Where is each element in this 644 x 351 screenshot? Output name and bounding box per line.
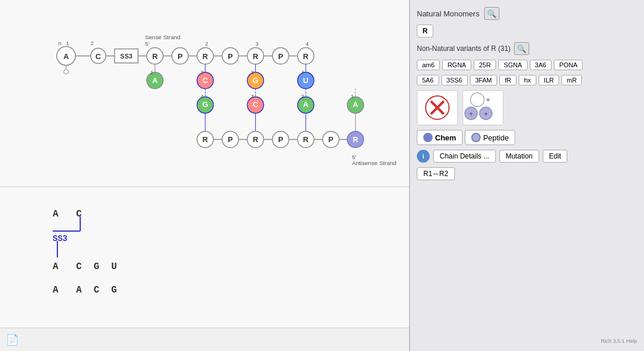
svg-point-114 [471,93,484,106]
file-icon[interactable]: 📄 [6,333,19,346]
r-badge[interactable]: R [417,25,433,37]
svg-text:Sense Strand: Sense Strand [145,34,180,40]
tag-item[interactable]: 3A6 [530,60,552,70]
svg-text:U: U [303,76,309,85]
variants-search-button[interactable]: 🔍 [514,42,529,55]
svg-text:G: G [202,100,208,109]
svg-text:G: G [252,76,258,85]
peptide-button[interactable]: Peptide [465,130,515,145]
peptide-circle [471,133,481,142]
tags-row-1: am6RGNA25RSGNA3A6PONA [417,60,637,70]
molecule-area[interactable]: Sense Strand 5' 5' Antisense Strand n 1 … [0,0,409,187]
svg-text:3: 3 [251,94,254,99]
tag-item[interactable]: mR [561,75,582,85]
svg-text:U: U [111,261,117,272]
svg-text:R: R [352,135,358,144]
svg-text:2: 2 [91,40,94,46]
tag-item[interactable]: SGNA [498,60,527,70]
action-row: i Chain Details ... Mutation Edit [417,150,637,163]
svg-text:C: C [76,209,82,219]
svg-text:R: R [303,52,309,61]
svg-text:G: G [94,261,100,272]
x-icon-box[interactable] [417,90,458,125]
tag-item[interactable]: am6 [417,60,440,70]
tag-item[interactable]: fR [499,75,516,85]
info-button[interactable]: i [417,150,430,163]
right-panel: Natural Monomers 🔍 R Non-Natural variant… [410,0,644,351]
variants-label: Non-Natural variants of R (31) [417,44,511,53]
svg-text:2: 2 [201,70,204,75]
svg-text:A: A [76,285,82,295]
search-button[interactable]: 🔍 [484,7,499,20]
svg-text:P: P [177,52,183,61]
chem-peptide-row: Chem Peptide [417,130,637,145]
chain-details-button[interactable]: Chain Details ... [433,150,496,163]
tag-item[interactable]: PONA [554,60,583,70]
svg-point-10 [64,70,68,74]
svg-text:C: C [253,100,259,109]
sequence-area: A C SS3 A C G U A A C G [0,187,409,328]
r1r2-row: R1↔R2 [417,167,637,180]
svg-text:G: G [111,285,117,295]
svg-text:1: 1 [150,70,153,75]
svg-text:R: R [253,52,259,61]
svg-text:A: A [303,100,309,109]
peptide-label: Peptide [483,133,509,142]
panel-header: Natural Monomers 🔍 [417,7,637,20]
svg-text:C: C [94,285,100,295]
tags-row-2: 5A63SS63FAMfRhxILRmR [417,75,637,85]
svg-text:A: A [352,100,358,109]
tag-item[interactable]: 25R [474,60,496,70]
svg-text:Antisense Strand: Antisense Strand [352,160,396,166]
svg-text:R: R [203,135,208,144]
tag-item[interactable]: RGNA [442,60,471,70]
chem-label: Chem [435,133,456,142]
svg-text:+: + [469,110,473,118]
r1r2-button[interactable]: R1↔R2 [417,167,455,180]
svg-text:+: + [486,96,490,104]
svg-text:A: A [152,76,158,85]
panel-title: Natural Monomers [417,9,479,18]
bottom-bar: 📄 [0,328,409,351]
tag-item[interactable]: ILR [539,75,559,85]
svg-text:SS3: SS3 [120,53,132,60]
svg-text:A: A [53,261,59,272]
version-text: Rich 3.5.1 Help [601,338,637,344]
svg-text:3: 3 [255,41,258,47]
variants-header: Non-Natural variants of R (31) 🔍 [417,42,637,55]
svg-text:P: P [328,135,334,144]
svg-text:2: 2 [301,94,304,99]
svg-text:P: P [278,135,283,144]
svg-text:5': 5' [145,40,150,47]
svg-text:A: A [63,52,69,61]
chem-button[interactable]: Chem [417,130,463,145]
mutation-button[interactable]: Mutation [499,150,539,163]
left-panel: Sense Strand 5' 5' Antisense Strand n 1 … [0,0,410,351]
svg-text:n: n [59,40,61,46]
tag-item[interactable]: 3FAM [470,75,498,85]
tag-item[interactable]: 3SS6 [441,75,468,85]
svg-text:P: P [278,52,283,61]
icons-row: + + + [417,90,637,125]
tag-item[interactable]: hx [519,75,536,85]
svg-text:P: P [228,135,233,144]
svg-text:C: C [76,261,82,272]
svg-text:R: R [203,52,208,61]
edit-button[interactable]: Edit [543,150,568,163]
svg-text:+: + [484,110,488,118]
svg-text:A: A [53,209,59,219]
svg-text:R: R [253,135,259,144]
svg-text:P: P [228,52,233,61]
tag-item[interactable]: 5A6 [417,75,439,85]
svg-text:C: C [203,76,208,85]
circles-icon-box[interactable]: + + + [463,90,503,125]
svg-text:1: 1 [351,94,354,99]
svg-text:4: 4 [301,70,304,75]
svg-text:SS3: SS3 [53,234,67,243]
svg-text:R: R [303,135,309,144]
svg-text:4: 4 [306,41,309,47]
svg-text:4: 4 [201,94,204,99]
svg-text:A: A [53,285,59,295]
svg-text:1: 1 [66,40,69,46]
svg-text:C: C [95,52,101,61]
